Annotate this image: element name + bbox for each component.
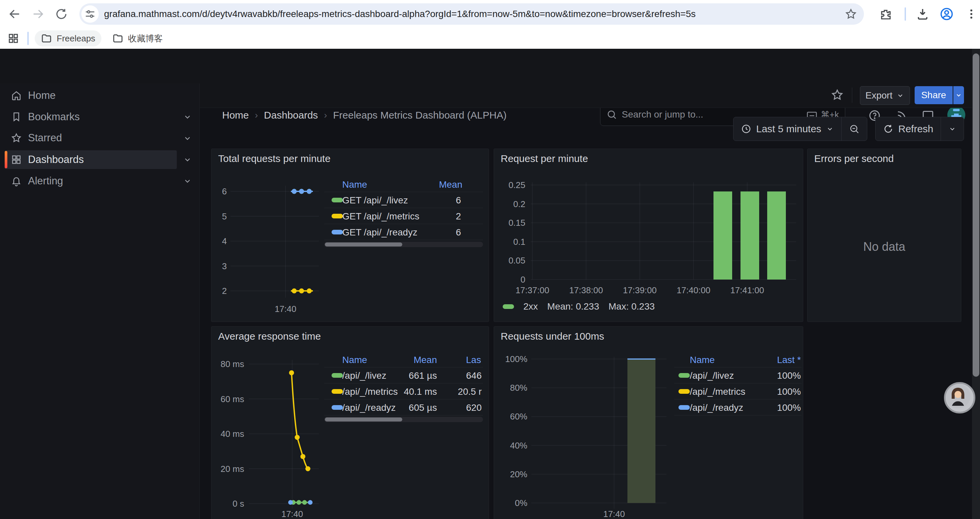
legend-header[interactable]: Last *: [777, 355, 801, 366]
time-range-picker[interactable]: Last 5 minutes: [733, 117, 841, 141]
panel-under-100ms: Requests under 100ms 100%80%60%40%20%0%1…: [494, 326, 803, 519]
export-button[interactable]: Export: [860, 86, 910, 105]
bookmark-folder-blogs[interactable]: 收藏博客: [106, 30, 169, 46]
chevron-down-icon[interactable]: [183, 134, 192, 143]
svg-text:0.25: 0.25: [508, 180, 525, 190]
chevron-down-icon[interactable]: [183, 112, 192, 121]
panel-title[interactable]: Errors per second: [814, 153, 894, 164]
share-button[interactable]: Share: [915, 86, 953, 104]
legend-row[interactable]: GET /api/_/livez6: [324, 192, 483, 208]
legend-header[interactable]: Name: [342, 179, 367, 190]
svg-text:5: 5: [222, 211, 227, 222]
series-name[interactable]: GET /api/_/readyz: [342, 227, 417, 238]
series-color-pill: [332, 389, 343, 394]
legend-header[interactable]: Mean: [414, 355, 437, 366]
back-icon[interactable]: [8, 7, 21, 21]
svg-text:17:40: 17:40: [275, 304, 296, 314]
reload-icon[interactable]: [55, 7, 68, 21]
request-per-minute-legend[interactable]: 2xx Mean: 0.233 Max: 0.233: [503, 301, 655, 312]
bookmark-label: 收藏博客: [128, 33, 163, 45]
svg-text:80%: 80%: [510, 383, 527, 393]
legend-row[interactable]: GET /api/_/readyz6: [324, 224, 483, 240]
chevron-down-icon[interactable]: [183, 155, 192, 164]
sidebar-item-home[interactable]: Home: [5, 86, 177, 105]
chevron-down-icon: [896, 91, 904, 99]
series-color-pill: [332, 373, 343, 378]
svg-text:2: 2: [222, 286, 227, 296]
active-indicator: [5, 151, 7, 168]
series-max: Max: 0.233: [608, 301, 655, 312]
chevron-down-icon[interactable]: [183, 176, 192, 186]
legend-header[interactable]: Name: [690, 355, 715, 366]
legend-header[interactable]: Name: [342, 355, 367, 366]
apps-grid-icon[interactable]: [7, 32, 19, 45]
breadcrumb-home[interactable]: Home: [222, 110, 249, 121]
legend-header[interactable]: Las: [466, 355, 481, 366]
series-name: 2xx: [523, 301, 538, 312]
assistant-avatar[interactable]: [944, 382, 975, 414]
legend-row[interactable]: /api/_/readyz100%: [674, 399, 802, 415]
clock-icon: [741, 124, 751, 134]
refresh-interval-button[interactable]: [941, 117, 964, 141]
series-name[interactable]: GET /api/_/livez: [342, 195, 408, 206]
breadcrumb-dashboards[interactable]: Dashboards: [264, 110, 318, 121]
svg-text:0.2: 0.2: [513, 199, 525, 209]
chevron-down-icon: [826, 125, 834, 133]
panel-errors-per-second: Errors per second No data: [807, 149, 961, 322]
svg-text:60 ms: 60 ms: [221, 394, 244, 404]
legend-scrollbar[interactable]: [324, 417, 483, 422]
series-name[interactable]: /api/_/readyz: [342, 402, 396, 413]
legend-row[interactable]: /api/_/readyz605 µs620: [324, 399, 483, 415]
downloads-icon[interactable]: [916, 7, 929, 21]
series-value: 6: [456, 195, 461, 206]
sidebar-item-dashboards[interactable]: Dashboards: [5, 150, 177, 169]
favorite-star-icon[interactable]: [830, 88, 844, 102]
series-value: 20.5 r: [458, 386, 482, 397]
sidebar-item-starred[interactable]: Starred: [5, 129, 177, 147]
legend-row[interactable]: /api/_/livez100%: [674, 367, 802, 383]
refresh-button[interactable]: Refresh: [876, 117, 941, 141]
series-name[interactable]: /api/_/readyz: [690, 402, 743, 413]
series-name[interactable]: /api/_/metrics: [690, 386, 746, 397]
under-100ms-legend: NameLast * /api/_/livez100% /api/_/metri…: [674, 353, 802, 415]
svg-text:17:40: 17:40: [281, 509, 303, 519]
no-data-message: No data: [808, 240, 961, 254]
address-bar[interactable]: grafana.mathmast.com/d/deytv4rwavabkb/fr…: [80, 3, 864, 25]
series-value: 661 µs: [409, 370, 437, 381]
url-text[interactable]: grafana.mathmast.com/d/deytv4rwavabkb/fr…: [104, 9, 845, 19]
breadcrumb-separator: ›: [255, 110, 258, 121]
series-name[interactable]: /api/_/livez: [690, 370, 734, 381]
star-icon: [5, 132, 28, 144]
legend-row[interactable]: /api/_/livez661 µs646: [324, 367, 483, 383]
panel-total-requests: Total requests per minute 6543217:40 Nam…: [211, 149, 489, 322]
sidebar-item-label: Dashboards: [28, 153, 84, 166]
sidebar-item-alerting[interactable]: Alerting: [5, 172, 177, 190]
legend-header[interactable]: Mean: [439, 179, 462, 190]
share-menu-button[interactable]: [953, 86, 964, 104]
series-name[interactable]: /api/_/livez: [342, 370, 386, 381]
grafana-header: Grafana Home › Dashboards › Freeleaps Me…: [0, 49, 980, 84]
browser-menu-icon[interactable]: [965, 7, 978, 21]
dashboards-icon: [5, 154, 28, 165]
legend-row[interactable]: /api/_/metrics100%: [674, 383, 802, 399]
sidebar-item-bookmarks[interactable]: Bookmarks: [5, 107, 177, 126]
bookmark-star-icon[interactable]: [845, 8, 857, 21]
bookmark-folder-freeleaps[interactable]: Freeleaps: [35, 30, 102, 46]
legend-row[interactable]: /api/_/metrics40.1 ms20.5 r: [324, 383, 483, 399]
sidebar-item-label: Home: [28, 89, 56, 102]
svg-text:40 ms: 40 ms: [221, 429, 244, 439]
series-name[interactable]: /api/_/metrics: [342, 386, 398, 397]
page-scrollbar[interactable]: [972, 49, 980, 519]
forward-icon[interactable]: [31, 7, 45, 21]
profile-icon[interactable]: [939, 7, 954, 21]
site-settings-icon[interactable]: [81, 5, 99, 23]
breadcrumb-current[interactable]: Freeleaps Metrics Dashboard (ALPHA): [333, 110, 506, 121]
scrollbar-thumb[interactable]: [973, 53, 979, 377]
legend-row[interactable]: GET /api/_/metrics2: [324, 208, 483, 224]
svg-text:17:38:00: 17:38:00: [569, 285, 603, 295]
extensions-icon[interactable]: [879, 8, 892, 21]
legend-scrollbar[interactable]: [324, 242, 483, 247]
series-name[interactable]: GET /api/_/metrics: [342, 211, 419, 222]
svg-text:0.05: 0.05: [508, 256, 525, 265]
zoom-out-button[interactable]: [842, 117, 867, 141]
